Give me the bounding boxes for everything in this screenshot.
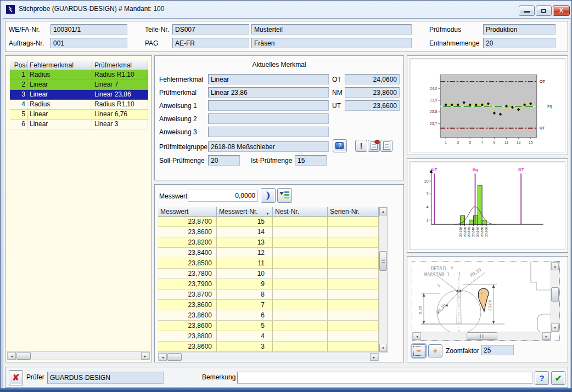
scrollbar-thumb[interactable] — [467, 332, 497, 340]
cell-nest-nr — [273, 258, 328, 269]
merkmal-row[interactable]: 2LinearLinear 7 — [10, 80, 148, 90]
zoom-out-button[interactable]: − — [412, 344, 426, 357]
scroll-right-icon[interactable]: ► — [370, 353, 378, 361]
bemerkung-field[interactable] — [237, 372, 532, 384]
svg-text:1: 1 — [426, 218, 428, 223]
teile-nr-field[interactable]: DS007 — [172, 24, 249, 35]
merkmal-table-header[interactable]: PosiFehlermerkmalPrüfmerkmal — [10, 60, 148, 70]
title-bar[interactable]: Stichprobe (GUARDUS-DESIGN) # Mandant: 1… — [1, 1, 571, 18]
svg-text:5: 5 — [469, 140, 471, 144]
merkmal-row[interactable]: 4RadiusRadius R1,10 — [10, 100, 148, 110]
ok-button[interactable]: ✔ — [551, 371, 565, 385]
messwert-row[interactable]: 23,88004 — [158, 331, 379, 342]
messwert-row[interactable]: 23,86006 — [158, 310, 379, 321]
svg-text:23,780: 23,780 — [459, 226, 462, 237]
column-header[interactable]: Messwert — [158, 207, 217, 217]
messwert-row[interactable]: 23,87008 — [158, 289, 379, 300]
pruefmerkmal-field[interactable]: Linear 23,86 — [208, 87, 329, 98]
cell-serien-nr — [328, 342, 379, 352]
cell-serien-nr — [328, 248, 379, 258]
alarm-button[interactable]: ! — [355, 140, 367, 152]
pruefmittel-info-button[interactable]: ? — [333, 139, 347, 152]
messwert-row[interactable]: 23,820013 — [158, 237, 379, 248]
pruefer-label: Prüfer — [26, 372, 44, 383]
merkmal-row[interactable]: 5LinearLinear 6,76 — [10, 110, 148, 120]
svg-text:1: 1 — [445, 140, 447, 144]
scrollbar-thumb[interactable] — [379, 251, 387, 271]
scroll-left-icon[interactable]: ◄ — [159, 353, 167, 361]
zoom-in-button[interactable]: + — [428, 344, 442, 357]
soll-pruefmenge-label: Soll-Prüfmenge — [159, 156, 205, 166]
messwert-row[interactable]: 23,850011 — [158, 258, 379, 269]
messwert-table-header[interactable]: MesswertMesswert-Nr.▼Nest-Nr.Serien-Nr. — [158, 207, 379, 217]
messwert-vscrollbar[interactable]: ▲ ▼ — [379, 207, 388, 353]
scroll-down-icon[interactable]: ▼ — [379, 344, 387, 352]
scroll-left-icon[interactable]: ◄ — [413, 332, 421, 340]
document-button[interactable] — [380, 140, 392, 152]
auftrag-field[interactable]: 001 — [51, 38, 127, 48]
cell-serien-nr — [328, 217, 379, 227]
cell-nest-nr — [273, 331, 328, 342]
sort-desc-icon[interactable]: ▼ — [266, 209, 270, 218]
scroll-up-icon[interactable]: ▲ — [379, 207, 387, 215]
merkmal-row[interactable]: 1RadiusRadius R1,10 — [10, 70, 148, 80]
cell-nest-nr — [273, 227, 328, 237]
scrollbar-thumb[interactable] — [551, 287, 559, 302]
teile-name-field[interactable]: Musterteil — [251, 24, 412, 35]
column-header[interactable]: Prüfmerkmal — [92, 60, 148, 70]
cell-nest-nr — [273, 300, 328, 310]
cell-messwert: 23,8600 — [158, 227, 217, 237]
messwert-row[interactable]: 23,86007 — [158, 300, 379, 310]
sort-filter-button[interactable] — [277, 188, 292, 203]
messwert-row[interactable]: 23,79009 — [158, 279, 379, 289]
scrollbar-thumb[interactable] — [16, 352, 31, 360]
pruefmittelgruppe-field[interactable]: 2618-08 Meßschieber — [208, 141, 329, 152]
cell-messwert-nr: 5 — [217, 321, 273, 331]
pruefer-field[interactable]: GUARDUS-DESIGN — [47, 372, 164, 384]
zoomfaktor-field[interactable]: 25 — [481, 345, 514, 355]
column-header[interactable]: Nest-Nr. — [273, 207, 328, 217]
anweisung2-field[interactable] — [208, 113, 329, 124]
entnahmemenge-field[interactable]: 20 — [483, 38, 556, 48]
scroll-up-icon[interactable]: ▲ — [551, 262, 559, 270]
column-header[interactable]: Fehlermerkmal — [27, 60, 92, 70]
messwert-input[interactable]: 0,0000 — [188, 190, 258, 202]
messwert-row[interactable]: 23,86003 — [158, 342, 379, 352]
column-header[interactable]: Posi — [10, 60, 27, 70]
drawing-hscrollbar[interactable]: ◄ ► — [412, 332, 551, 340]
cell-fehlermerkmal: Linear — [27, 110, 92, 120]
messwert-row[interactable]: 23,840012 — [158, 248, 379, 258]
cell-pruefmerkmal: Linear 23,86 — [92, 90, 148, 100]
column-header[interactable]: Serien-Nr. — [328, 207, 379, 217]
anweisung1-field[interactable] — [208, 100, 329, 111]
merkmal-row[interactable]: 6LinearLinear 3 — [10, 120, 148, 129]
report-button[interactable] — [368, 140, 380, 152]
merkmal-row[interactable]: 3LinearLinear 23,86 — [10, 90, 148, 100]
drawing-vscrollbar[interactable]: ▲ ▼ — [551, 262, 559, 332]
scroll-left-icon[interactable]: ◄ — [8, 352, 16, 360]
wefa-field[interactable]: 100301/1 — [51, 24, 127, 35]
messwert-hscrollbar[interactable]: ◄ ► — [158, 353, 379, 361]
messwert-row[interactable]: 23,860014 — [158, 227, 379, 237]
pag-name-field[interactable]: Fräsen — [251, 38, 412, 48]
messwert-row[interactable]: 23,86005 — [158, 321, 379, 331]
maximize-button[interactable] — [536, 5, 552, 16]
messwert-row[interactable]: 23,780010 — [158, 269, 379, 279]
fehlermerkmal-field[interactable]: Linear — [208, 74, 329, 84]
scroll-right-icon[interactable]: ► — [542, 332, 551, 340]
minimize-button[interactable] — [519, 5, 535, 16]
pag-nr-field[interactable]: AE-FR — [172, 38, 249, 48]
nm-label: NM — [332, 88, 343, 98]
help-button[interactable]: ? — [535, 371, 549, 385]
merkmal-hscrollbar[interactable]: ◄ ► — [7, 351, 150, 360]
scroll-down-icon[interactable]: ▼ — [551, 323, 559, 332]
close-button[interactable]: X — [553, 5, 570, 16]
cell-serien-nr — [328, 279, 379, 289]
column-header[interactable]: Messwert-Nr.▼ — [217, 207, 273, 217]
anweisung3-field[interactable] — [208, 127, 329, 137]
cancel-button[interactable]: ✘ — [9, 370, 23, 385]
pruefmodus-field[interactable]: Produktion — [483, 24, 556, 35]
scroll-right-icon[interactable]: ► — [141, 352, 149, 360]
scrollbar-thumb[interactable] — [167, 353, 182, 361]
apply-messwert-button[interactable]: ) — [261, 188, 276, 203]
